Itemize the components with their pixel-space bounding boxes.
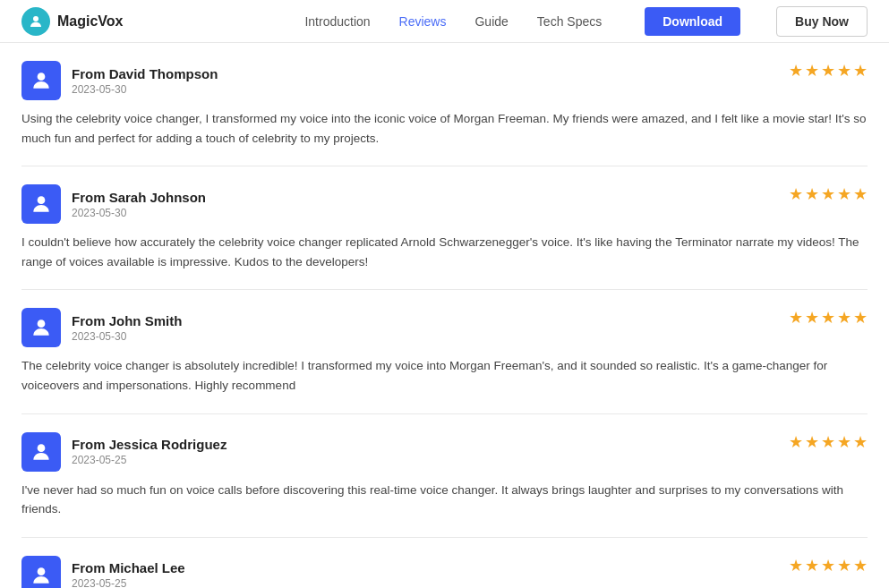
star-icon: ★: [821, 432, 835, 452]
logo-icon: [21, 7, 50, 36]
star-icon: ★: [853, 61, 868, 81]
star-icon: ★: [805, 61, 819, 81]
star-icon: ★: [805, 184, 819, 204]
reviewer-name: From David Thompson: [72, 66, 218, 81]
reviewer-info: From Jessica Rodriguez 2023-05-25: [21, 432, 227, 472]
svg-point-2: [38, 197, 46, 205]
star-icon: ★: [837, 61, 851, 81]
star-icon: ★: [821, 556, 835, 575]
star-icon: ★: [789, 184, 803, 204]
star-icon: ★: [853, 556, 868, 575]
reviewer-info: From John Smith 2023-05-30: [21, 308, 182, 347]
avatar: [21, 556, 61, 588]
svg-point-5: [38, 567, 46, 575]
reviewer-details: From Jessica Rodriguez 2023-05-25: [72, 437, 227, 466]
star-icon: ★: [805, 556, 819, 575]
star-icon: ★: [837, 308, 851, 328]
review-text: I've never had so much fun on voice call…: [21, 481, 868, 519]
review-item: From David Thompson 2023-05-30 ★★★★★ Usi…: [21, 43, 868, 166]
review-header: From Michael Lee 2023-05-25 ★★★★★: [21, 556, 868, 588]
nav-tech-specs[interactable]: Tech Specs: [537, 14, 602, 29]
star-icon: ★: [853, 308, 868, 328]
reviewer-date: 2023-05-25: [72, 577, 185, 588]
star-icon: ★: [853, 432, 868, 452]
star-icon: ★: [837, 556, 851, 575]
star-icon: ★: [821, 308, 835, 328]
reviewer-date: 2023-05-30: [72, 207, 206, 219]
star-icon: ★: [821, 184, 835, 204]
star-rating: ★★★★★: [789, 61, 868, 81]
reviewer-date: 2023-05-25: [72, 454, 227, 466]
svg-point-3: [38, 320, 46, 328]
nav-reviews[interactable]: Reviews: [399, 14, 447, 29]
reviewer-details: From Sarah Johnson 2023-05-30: [72, 190, 206, 219]
star-rating: ★★★★★: [789, 184, 868, 204]
reviewer-date: 2023-05-30: [72, 330, 182, 343]
svg-point-1: [38, 72, 46, 81]
reviews-container: From David Thompson 2023-05-30 ★★★★★ Usi…: [0, 43, 889, 588]
review-text: I couldn't believe how accurately the ce…: [21, 233, 868, 271]
review-header: From Jessica Rodriguez 2023-05-25 ★★★★★: [21, 432, 868, 472]
star-icon: ★: [837, 184, 851, 204]
star-icon: ★: [853, 184, 868, 204]
reviewer-details: From David Thompson 2023-05-30: [72, 66, 218, 96]
star-icon: ★: [789, 61, 803, 81]
reviewer-name: From Jessica Rodriguez: [72, 437, 227, 452]
review-item: From Michael Lee 2023-05-25 ★★★★★ As a c…: [21, 538, 868, 588]
star-icon: ★: [805, 308, 819, 328]
avatar: [21, 308, 61, 347]
svg-point-0: [33, 16, 38, 21]
header: MagicVox Introduction Reviews Guide Tech…: [0, 0, 889, 43]
review-text: The celebrity voice changer is absolutel…: [21, 356, 868, 395]
avatar: [21, 184, 61, 224]
star-icon: ★: [789, 432, 803, 452]
svg-point-4: [38, 444, 46, 452]
logo-area: MagicVox: [21, 7, 124, 36]
reviewer-name: From Michael Lee: [72, 560, 185, 575]
review-header: From Sarah Johnson 2023-05-30 ★★★★★: [21, 184, 868, 224]
reviewer-details: From John Smith 2023-05-30: [72, 313, 182, 343]
review-text: Using the celebrity voice changer, I tra…: [21, 109, 868, 148]
reviewer-details: From Michael Lee 2023-05-25: [72, 560, 185, 588]
review-item: From John Smith 2023-05-30 ★★★★★ The cel…: [21, 290, 868, 413]
avatar: [21, 61, 61, 100]
reviewer-info: From David Thompson 2023-05-30: [21, 61, 218, 100]
reviewer-name: From Sarah Johnson: [72, 190, 206, 205]
download-button[interactable]: Download: [645, 7, 740, 36]
review-item: From Jessica Rodriguez 2023-05-25 ★★★★★ …: [21, 414, 868, 538]
review-header: From David Thompson 2023-05-30 ★★★★★: [21, 61, 868, 100]
star-icon: ★: [837, 432, 851, 452]
review-item: From Sarah Johnson 2023-05-30 ★★★★★ I co…: [21, 166, 868, 290]
nav-introduction[interactable]: Introduction: [304, 14, 370, 29]
star-icon: ★: [789, 556, 803, 575]
reviewer-name: From John Smith: [72, 313, 182, 328]
reviewer-info: From Michael Lee 2023-05-25: [21, 556, 185, 588]
nav-guide[interactable]: Guide: [474, 14, 508, 29]
reviewer-date: 2023-05-30: [72, 83, 218, 96]
main-nav: Introduction Reviews Guide Tech Specs Do…: [304, 6, 868, 37]
star-rating: ★★★★★: [789, 432, 868, 452]
star-icon: ★: [789, 308, 803, 328]
review-header: From John Smith 2023-05-30 ★★★★★: [21, 308, 868, 347]
buynow-button[interactable]: Buy Now: [776, 6, 868, 37]
star-icon: ★: [805, 432, 819, 452]
star-icon: ★: [821, 61, 835, 81]
star-rating: ★★★★★: [789, 308, 868, 328]
logo-text: MagicVox: [57, 13, 124, 30]
star-rating: ★★★★★: [789, 556, 868, 575]
reviewer-info: From Sarah Johnson 2023-05-30: [21, 184, 206, 224]
avatar: [21, 432, 61, 472]
